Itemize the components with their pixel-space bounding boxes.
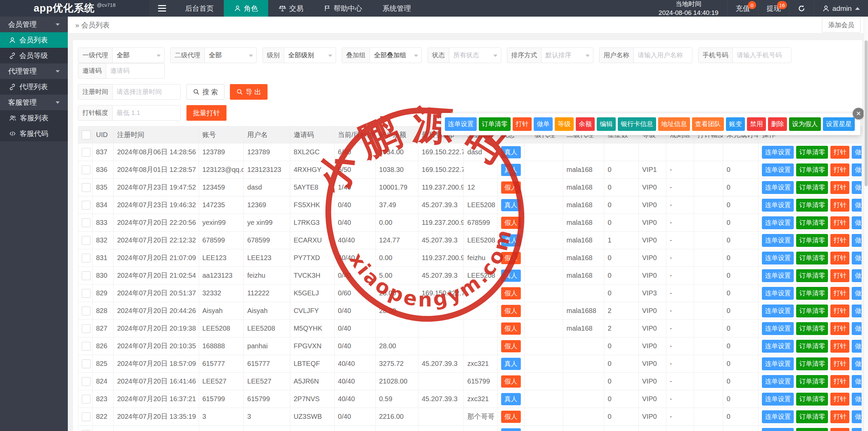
filter-select-value-状态[interactable]: 所有状态 bbox=[449, 48, 501, 63]
popup-action-设置星星[interactable]: 设置星星 bbox=[823, 117, 855, 131]
row-action-做单[interactable]: 做单 bbox=[852, 375, 862, 388]
popup-action-银行卡信息[interactable]: 银行卡信息 bbox=[618, 117, 656, 131]
row-action-打针[interactable]: 打针 bbox=[830, 287, 849, 300]
row-action-连单设置[interactable]: 连单设置 bbox=[762, 393, 794, 406]
nav-item-交易[interactable]: 交易 bbox=[268, 0, 314, 17]
popup-action-设为假人[interactable]: 设为假人 bbox=[789, 117, 821, 131]
row-action-做单[interactable]: 做单 bbox=[852, 410, 862, 423]
popup-action-编辑[interactable]: 编辑 bbox=[597, 117, 616, 131]
row-checkbox[interactable] bbox=[82, 324, 91, 333]
filter-select-value-二级代理[interactable]: 全部 bbox=[205, 48, 256, 63]
popup-action-做单[interactable]: 做单 bbox=[534, 117, 553, 131]
row-action-做单[interactable]: 做单 bbox=[852, 393, 862, 406]
row-action-做单[interactable]: 做单 bbox=[852, 252, 862, 265]
row-checkbox[interactable] bbox=[82, 289, 91, 298]
filter-select-value-级别[interactable]: 全部级别 bbox=[284, 48, 336, 63]
row-action-连单设置[interactable]: 连单设置 bbox=[762, 305, 794, 317]
sidebar-group-代理管理[interactable]: 代理管理 bbox=[0, 63, 68, 79]
popup-action-连单设置[interactable]: 连单设置 bbox=[445, 117, 477, 131]
row-action-做单[interactable]: 做单 bbox=[852, 322, 862, 335]
row-action-打针[interactable]: 打针 bbox=[830, 216, 849, 229]
row-checkbox[interactable] bbox=[82, 148, 91, 157]
filter-select-value-排序方式[interactable]: 默认排序 bbox=[541, 48, 593, 63]
row-action-打针[interactable]: 打针 bbox=[830, 340, 849, 353]
popup-action-等级[interactable]: 等级 bbox=[555, 117, 574, 131]
row-action-订单清零[interactable]: 订单清零 bbox=[796, 287, 828, 300]
row-action-订单清零[interactable]: 订单清零 bbox=[796, 163, 828, 176]
row-action-打针[interactable]: 打针 bbox=[830, 410, 849, 423]
admin-menu[interactable]: admin bbox=[814, 0, 868, 17]
row-action-订单清零[interactable]: 订单清零 bbox=[796, 357, 828, 370]
row-action-连单设置[interactable]: 连单设置 bbox=[762, 287, 794, 300]
row-action-打针[interactable]: 打针 bbox=[830, 181, 849, 194]
nav-item-帮助中心[interactable]: 帮助中心 bbox=[314, 0, 372, 17]
row-checkbox[interactable] bbox=[82, 183, 91, 192]
filter-input-field-用户名称[interactable] bbox=[634, 48, 692, 63]
row-action-订单清零[interactable]: 订单清零 bbox=[796, 375, 828, 388]
filter-input-field-手机号码[interactable] bbox=[733, 48, 791, 63]
window-scrollbar[interactable] bbox=[864, 17, 868, 431]
row-action-订单清零[interactable]: 订单清零 bbox=[796, 340, 828, 353]
row-action-打针[interactable]: 打针 bbox=[830, 269, 849, 282]
nav-item-角色[interactable]: 角色 bbox=[224, 0, 268, 17]
reg-time-input[interactable] bbox=[113, 84, 180, 99]
row-action-打针[interactable]: 打针 bbox=[830, 199, 849, 212]
row-checkbox[interactable] bbox=[82, 201, 91, 210]
filter-input-field-邀请码[interactable] bbox=[106, 63, 164, 78]
sidebar-item-客服列表[interactable]: 客服列表 bbox=[0, 110, 68, 126]
popup-action-删除[interactable]: 删除 bbox=[768, 117, 787, 131]
recharge-button[interactable]: 充值 0 bbox=[727, 0, 758, 17]
row-action-订单清零[interactable]: 订单清零 bbox=[796, 146, 828, 159]
row-action-打针[interactable]: 打针 bbox=[830, 322, 849, 335]
select-all-checkbox[interactable] bbox=[82, 131, 91, 139]
sidebar-item-客服代码[interactable]: 客服代码 bbox=[0, 126, 68, 141]
row-checkbox[interactable] bbox=[82, 359, 91, 368]
nav-item-系统管理[interactable]: 系统管理 bbox=[372, 0, 421, 17]
filter-select-value-一级代理[interactable]: 全部 bbox=[113, 48, 164, 63]
row-action-订单清零[interactable]: 订单清零 bbox=[796, 410, 828, 423]
row-action-做单[interactable]: 做单 bbox=[852, 269, 862, 282]
row-action-订单清零[interactable]: 订单清零 bbox=[796, 269, 828, 282]
row-action-连单设置[interactable]: 连单设置 bbox=[762, 269, 794, 282]
row-action-连单设置[interactable]: 连单设置 bbox=[762, 428, 794, 431]
nav-item-后台首页[interactable]: 后台首页 bbox=[175, 0, 224, 17]
row-action-订单清零[interactable]: 订单清零 bbox=[796, 199, 828, 212]
row-action-做单[interactable]: 做单 bbox=[852, 357, 862, 370]
sidebar-group-客服管理[interactable]: 客服管理 bbox=[0, 95, 68, 110]
row-action-打针[interactable]: 打针 bbox=[830, 393, 849, 406]
row-action-做单[interactable]: 做单 bbox=[852, 428, 862, 431]
row-action-连单设置[interactable]: 连单设置 bbox=[762, 216, 794, 229]
row-action-订单清零[interactable]: 订单清零 bbox=[796, 428, 828, 431]
row-checkbox[interactable] bbox=[82, 165, 91, 174]
row-action-连单设置[interactable]: 连单设置 bbox=[762, 252, 794, 265]
row-checkbox[interactable] bbox=[82, 307, 91, 315]
row-action-连单设置[interactable]: 连单设置 bbox=[762, 146, 794, 159]
scrollbar-thumb[interactable] bbox=[865, 40, 868, 186]
row-action-连单设置[interactable]: 连单设置 bbox=[762, 410, 794, 423]
row-action-做单[interactable]: 做单 bbox=[852, 305, 862, 317]
row-action-打针[interactable]: 打针 bbox=[830, 234, 849, 247]
row-checkbox[interactable] bbox=[82, 254, 91, 262]
row-action-做单[interactable]: 做单 bbox=[852, 340, 862, 353]
row-checkbox[interactable] bbox=[82, 271, 91, 280]
row-action-打针[interactable]: 打针 bbox=[830, 146, 849, 159]
row-action-连单设置[interactable]: 连单设置 bbox=[762, 322, 794, 335]
row-action-订单清零[interactable]: 订单清零 bbox=[796, 234, 828, 247]
close-icon[interactable]: ✕ bbox=[853, 108, 864, 119]
row-action-做单[interactable]: 做单 bbox=[852, 181, 862, 194]
row-action-做单[interactable]: 做单 bbox=[852, 199, 862, 212]
row-action-打针[interactable]: 打针 bbox=[830, 428, 849, 431]
row-action-做单[interactable]: 做单 bbox=[852, 234, 862, 247]
row-action-做单[interactable]: 做单 bbox=[852, 287, 862, 300]
row-checkbox[interactable] bbox=[82, 218, 91, 227]
row-action-连单设置[interactable]: 连单设置 bbox=[762, 357, 794, 370]
popup-action-查看团队[interactable]: 查看团队 bbox=[692, 117, 724, 131]
sidebar-item-代理列表[interactable]: 代理列表 bbox=[0, 79, 68, 95]
sidebar-item-会员列表[interactable]: 会员列表 bbox=[0, 32, 68, 48]
row-action-连单设置[interactable]: 连单设置 bbox=[762, 181, 794, 194]
popup-action-打针[interactable]: 打针 bbox=[513, 117, 532, 131]
popup-action-订单清零[interactable]: 订单清零 bbox=[479, 117, 511, 131]
row-action-订单清零[interactable]: 订单清零 bbox=[796, 393, 828, 406]
popup-action-余额[interactable]: 余额 bbox=[576, 117, 595, 131]
row-action-打针[interactable]: 打针 bbox=[830, 375, 849, 388]
